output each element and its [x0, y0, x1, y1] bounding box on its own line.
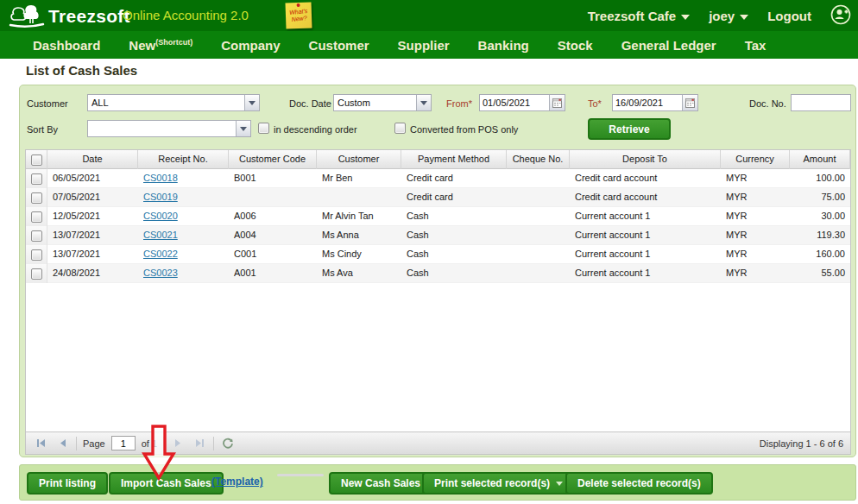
nav-item-stock[interactable]: Stock [558, 38, 593, 53]
refresh-button[interactable] [220, 436, 236, 451]
table-row: 13/07/2021CS0022C001Ms CindyCashCurrent … [26, 245, 850, 264]
add-user-icon[interactable] [830, 4, 851, 28]
doc-date-select[interactable]: Custom [333, 94, 432, 111]
row-checkbox[interactable] [31, 230, 42, 242]
calendar-icon[interactable] [549, 95, 565, 110]
receipt-link[interactable]: CS0023 [143, 268, 178, 278]
user-menu[interactable]: joey [709, 9, 748, 23]
column-header[interactable]: Date [47, 150, 138, 169]
cell: 13/07/2021 [47, 226, 138, 245]
cell [229, 188, 317, 207]
table-row: 12/05/2021CS0020A006Mr Alvin TanCashCurr… [26, 207, 850, 226]
receipt-link[interactable]: CS0022 [143, 249, 178, 259]
doc-no-label: Doc. No. [749, 94, 786, 113]
table-header-row: DateReceipt No.Customer CodeCustomerPaym… [26, 150, 850, 169]
to-date-input[interactable] [613, 95, 682, 110]
cell: Ms Anna [317, 226, 401, 245]
to-label: To* [588, 94, 602, 113]
cell [317, 188, 401, 207]
column-header[interactable]: Customer Code [229, 150, 317, 169]
cell: 13/07/2021 [47, 245, 138, 264]
retrieve-button[interactable]: Retrieve [588, 118, 671, 140]
cell: 24/08/2021 [47, 264, 138, 283]
cell: Mr Ben [317, 169, 401, 188]
treezsoft-logo-icon [7, 2, 47, 31]
column-header[interactable]: Payment Method [401, 150, 507, 169]
new-cash-sales-button[interactable]: New Cash Sales [329, 472, 432, 495]
descending-label: in descending order [274, 120, 357, 139]
pos-only-checkbox[interactable] [394, 123, 406, 134]
select-all-checkbox[interactable] [31, 154, 42, 166]
receipt-link[interactable]: CS0021 [143, 230, 178, 240]
chevron-down-icon[interactable] [236, 121, 250, 136]
chevron-down-icon[interactable] [416, 95, 431, 110]
nav-item-supplier[interactable]: Supplier [398, 38, 450, 53]
prev-page-button[interactable] [54, 436, 70, 451]
row-checkbox[interactable] [31, 173, 42, 185]
nav-item-company[interactable]: Company [221, 38, 280, 53]
cell [507, 188, 570, 207]
customer-select[interactable]: ALL [87, 94, 260, 111]
row-checkbox[interactable] [31, 249, 42, 261]
print-selected-label: Print selected record(s) [434, 477, 550, 489]
nav-item-dashboard[interactable]: Dashboard [33, 38, 100, 53]
delete-selected-button[interactable]: Delete selected record(s) [565, 472, 713, 495]
cell: MYR [721, 226, 790, 245]
print-listing-button[interactable]: Print listing [27, 472, 108, 495]
cell: MYR [721, 188, 790, 207]
column-header[interactable]: Receipt No. [138, 150, 229, 169]
cell: Cash [401, 245, 507, 264]
column-header[interactable]: Deposit To [570, 150, 721, 169]
column-header[interactable]: Amount [790, 150, 850, 169]
from-date-field[interactable] [479, 94, 565, 111]
doc-no-input[interactable] [792, 95, 850, 110]
table-empty-area [26, 283, 850, 432]
last-page-button[interactable] [192, 436, 207, 451]
cell: Cash [401, 226, 507, 245]
cash-sales-panel: Customer ALL Doc. Date Custom From* To* … [19, 85, 856, 457]
receipt-link[interactable]: CS0018 [143, 173, 178, 183]
nav-item-general-ledger[interactable]: General Ledger [621, 38, 716, 53]
sort-by-select[interactable] [87, 120, 251, 137]
nav-item-new[interactable]: New(Shortcut) [129, 38, 192, 53]
nav: DashboardNew(Shortcut)CompanyCustomerSup… [0, 31, 858, 59]
column-header[interactable]: Cheque No. [507, 150, 570, 169]
cell: C001 [229, 245, 317, 264]
first-page-button[interactable] [33, 436, 48, 451]
user-name: joey [709, 9, 735, 23]
nav-item-customer[interactable]: Customer [309, 38, 369, 53]
cell [507, 207, 570, 226]
cell: B001 [229, 169, 317, 188]
table-row: 24/08/2021CS0023A001Ms AvaCashCurrent ac… [26, 264, 850, 283]
nav-item-tax[interactable]: Tax [745, 38, 767, 53]
chevron-down-icon[interactable] [244, 95, 259, 110]
column-header[interactable]: Customer [317, 150, 401, 169]
cell: 100.00 [790, 169, 850, 188]
calendar-icon[interactable] [682, 95, 697, 110]
chevron-down-icon [556, 482, 563, 486]
descending-checkbox[interactable] [258, 123, 269, 134]
logout-button[interactable]: Logout [767, 9, 811, 23]
cell: Credit card [401, 188, 507, 207]
page-label: Page [83, 438, 105, 449]
product-name: Online Accounting 2.0 [123, 8, 249, 22]
to-date-field[interactable] [612, 94, 698, 111]
page-input[interactable] [111, 436, 136, 450]
from-date-input[interactable] [480, 95, 549, 110]
receipt-link[interactable]: CS0020 [143, 211, 178, 221]
whats-new-note[interactable]: What's New? [285, 2, 312, 28]
receipt-link[interactable]: CS0019 [143, 192, 178, 202]
table-row: 07/05/2021CS0019Credit cardCredit card a… [26, 188, 850, 207]
row-checkbox[interactable] [31, 211, 42, 223]
row-checkbox[interactable] [31, 192, 42, 204]
print-selected-button[interactable]: Print selected record(s) [422, 472, 575, 495]
template-link[interactable]: (Template) [211, 476, 263, 488]
column-header[interactable]: Currency [721, 150, 790, 169]
nav-item-banking[interactable]: Banking [478, 38, 529, 53]
doc-date-select-value: Custom [338, 95, 413, 110]
cell: CS0019 [138, 188, 229, 207]
cell: MYR [721, 264, 790, 283]
doc-no-field[interactable] [791, 94, 851, 111]
company-menu[interactable]: Treezsoft Cafe [588, 9, 691, 23]
row-checkbox[interactable] [31, 268, 42, 280]
